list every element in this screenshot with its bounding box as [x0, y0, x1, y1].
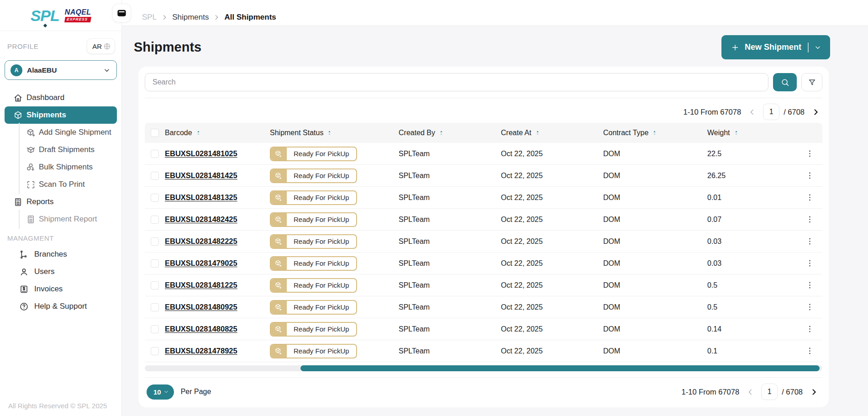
row-checkbox[interactable] [151, 216, 159, 224]
contract-type-cell: DOM [603, 303, 707, 311]
row-checkbox[interactable] [151, 150, 159, 158]
chevron-right-icon [811, 108, 820, 116]
row-checkbox[interactable] [151, 303, 159, 311]
next-page-button[interactable] [809, 105, 822, 119]
breadcrumb-spl[interactable]: SPL [142, 13, 157, 22]
sort-icon[interactable] [535, 129, 541, 137]
prev-page-button[interactable] [743, 385, 757, 399]
column-header-shipment-status[interactable]: Shipment Status [270, 129, 399, 137]
package-arrow-icon [271, 301, 286, 314]
search-input[interactable] [145, 73, 768, 91]
barcode-link[interactable]: EBUXSL0281481225 [165, 281, 237, 289]
row-actions-button[interactable] [803, 191, 816, 205]
scrollbar-thumb[interactable] [300, 365, 820, 371]
barcode-link[interactable]: EBUXSL0281481025 [165, 149, 237, 158]
row-actions-button[interactable] [803, 169, 816, 183]
column-header-create-at[interactable]: Create At [501, 129, 603, 137]
select-all-checkbox[interactable] [151, 129, 159, 137]
current-page-box[interactable]: 1 [761, 384, 778, 400]
per-page-label: Per Page [181, 388, 211, 396]
row-checkbox[interactable] [151, 194, 159, 202]
sidebar-item-shipments[interactable]: Shipments [5, 106, 117, 124]
account-dropdown[interactable]: A AlaaEBU [5, 60, 117, 80]
create-at-cell: Oct 22, 2025 [501, 172, 603, 180]
table-row: EBUXSL0281480925 Ready For PickUp SPLTea… [145, 296, 822, 318]
sort-icon[interactable] [652, 129, 658, 137]
status-label: Ready For PickUp [286, 169, 356, 182]
status-label: Ready For PickUp [286, 323, 356, 336]
sidebar-item-scan-to-print[interactable]: Scan To Print [5, 176, 117, 193]
copyright-text: All Rights Reserved © SPL 2025 [0, 402, 121, 416]
filter-button[interactable] [801, 73, 822, 91]
sort-icon[interactable] [733, 129, 739, 137]
sidebar-item-shipment-report[interactable]: Shipment Report [5, 211, 117, 228]
per-page-value: 10 [153, 388, 161, 396]
new-shipment-label: New Shipment [745, 42, 801, 52]
row-actions-button[interactable] [803, 147, 816, 161]
row-actions-button[interactable] [803, 300, 816, 314]
row-checkbox[interactable] [151, 281, 159, 290]
weight-cell: 0.03 [707, 237, 797, 246]
topbar: SPLShipmentsAll Shipments [122, 0, 868, 26]
new-shipment-button[interactable]: New Shipment [721, 35, 830, 59]
per-page-control: 10 Per Page [147, 384, 211, 400]
row-checkbox[interactable] [151, 259, 159, 268]
barcode-link[interactable]: EBUXSL0281479025 [165, 259, 237, 267]
chevron-down-icon[interactable] [814, 43, 822, 52]
row-actions-button[interactable] [803, 322, 816, 336]
column-header-contract-type[interactable]: Contract Type [603, 129, 707, 137]
table-row: EBUXSL0281481325 Ready For PickUp SPLTea… [145, 187, 822, 209]
language-switcher[interactable]: AR [87, 38, 115, 54]
create-at-cell: Oct 22, 2025 [501, 347, 603, 355]
column-label: Weight [707, 129, 730, 137]
row-actions-button[interactable] [803, 279, 816, 292]
sidebar-item-help-support[interactable]: Help & Support [5, 298, 117, 315]
barcode-link[interactable]: EBUXSL0281481425 [165, 171, 237, 179]
column-header-barcode[interactable]: Barcode [165, 129, 270, 137]
next-page-button[interactable] [807, 385, 821, 399]
column-header-weight[interactable]: Weight [707, 129, 797, 137]
profile-label: PROFILE [7, 42, 38, 50]
sort-icon[interactable] [195, 129, 201, 137]
sidebar-item-reports[interactable]: Reports [5, 193, 117, 211]
barcode-link[interactable]: EBUXSL0281482425 [165, 215, 237, 223]
table-row: EBUXSL0281479025 Ready For PickUp SPLTea… [145, 253, 822, 274]
barcode-link[interactable]: EBUXSL0281480825 [165, 325, 237, 333]
sidebar-toggle-button[interactable] [112, 4, 131, 22]
search-button[interactable] [773, 73, 797, 91]
row-checkbox[interactable] [151, 237, 159, 246]
per-page-select[interactable]: 10 [147, 384, 174, 400]
sidebar-item-add-single-shipment[interactable]: Add Single Shipment [5, 124, 117, 141]
prev-page-button[interactable] [745, 105, 759, 119]
barcode-link[interactable]: EBUXSL0281478925 [165, 347, 237, 355]
sidebar-item-invoices[interactable]: Invoices [5, 280, 117, 298]
current-page-box[interactable]: 1 [763, 104, 779, 120]
sidebar-item-branches[interactable]: Branches [5, 246, 117, 263]
breadcrumb-shipments[interactable]: Shipments [172, 13, 209, 22]
row-actions-button[interactable] [803, 344, 816, 358]
row-actions-button[interactable] [803, 257, 816, 270]
barcode-link[interactable]: EBUXSL0281482225 [165, 237, 237, 245]
row-actions-button[interactable] [803, 213, 816, 226]
row-actions-button[interactable] [803, 235, 816, 248]
filter-icon [808, 78, 816, 87]
sort-icon[interactable] [438, 129, 444, 137]
barcode-link[interactable]: EBUXSL0281480925 [165, 303, 237, 311]
sidebar-item-draft-shipments[interactable]: Draft Shipments [5, 141, 117, 158]
sort-icon[interactable] [326, 129, 332, 137]
invoice-icon [19, 284, 29, 294]
row-checkbox[interactable] [151, 347, 159, 355]
column-header-created-by[interactable]: Created By [399, 129, 501, 137]
sidebar-item-bulk-shipments[interactable]: Bulk Shipments [5, 158, 117, 176]
row-checkbox[interactable] [151, 325, 159, 333]
row-checkbox[interactable] [151, 172, 159, 180]
chevron-down-icon [163, 389, 169, 395]
package-icon [13, 111, 23, 120]
sidebar-item-users[interactable]: Users [5, 263, 117, 280]
created-by-cell: SPLTeam [399, 347, 501, 355]
horizontal-scrollbar[interactable] [145, 365, 822, 371]
sidebar-item-dashboard[interactable]: Dashboard [5, 89, 117, 106]
barcode-link[interactable]: EBUXSL0281481325 [165, 193, 237, 201]
column-label: Barcode [165, 129, 192, 137]
search-row [145, 73, 822, 91]
